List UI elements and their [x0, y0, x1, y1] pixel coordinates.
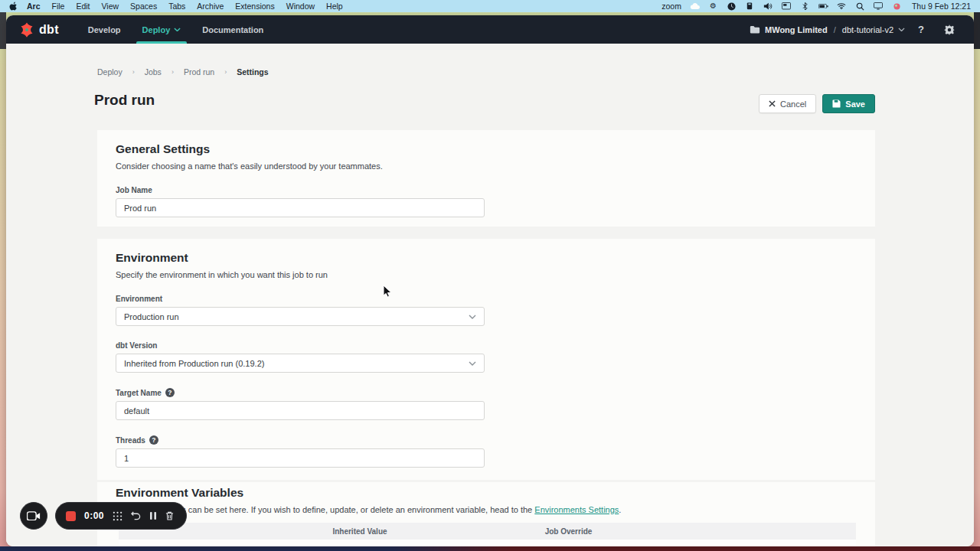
wallpaper-edge-right — [974, 12, 980, 49]
environments-settings-link[interactable]: Environments Settings — [534, 505, 619, 514]
menubar-item-spaces[interactable]: Spaces — [130, 2, 157, 11]
general-settings-description: Consider choosing a name that's easily u… — [116, 161, 856, 171]
recording-time: 0:00 — [84, 510, 104, 521]
account-separator: / — [834, 25, 836, 34]
wallpaper-edge-bottom — [0, 546, 980, 551]
nav-tab-deploy[interactable]: Deploy — [132, 15, 192, 44]
environment-select[interactable]: Production run — [116, 307, 485, 326]
env-vars-col-inherited: Inherited Value — [264, 527, 456, 536]
menubar-clock[interactable]: Thu 9 Feb 12:21 — [912, 2, 971, 11]
nav-tab-documentation[interactable]: Documentation — [191, 15, 274, 44]
target-name-label: Target Name ? — [116, 388, 856, 397]
env-vars-col-override: Job Override — [456, 527, 681, 536]
dbt-navbar: dbt Develop Deploy Documentation MWong L… — [6, 15, 974, 44]
show-clicks-grid-button[interactable] — [113, 511, 122, 521]
browser-window: dbt Develop Deploy Documentation MWong L… — [6, 15, 974, 546]
menubar-item-tabs[interactable]: Tabs — [168, 2, 185, 11]
target-name-help-icon[interactable]: ? — [165, 388, 175, 397]
dbt-logo-icon — [18, 21, 35, 38]
menubar-item-window[interactable]: Window — [286, 2, 315, 11]
restart-recording-button[interactable] — [131, 511, 141, 520]
breadcrumb-deploy[interactable]: Deploy — [97, 67, 122, 77]
account-project-selector[interactable]: MWong Limited / dbt-tutorial-v2 — [750, 25, 905, 34]
recorder-camera-button[interactable] — [20, 502, 47, 530]
chevron-down-icon — [469, 315, 476, 319]
environment-description: Specify the environment in which you wan… — [116, 270, 856, 279]
chevron-down-icon — [469, 361, 476, 366]
menubar-item-edit[interactable]: Edit — [76, 2, 90, 11]
target-name-input[interactable] — [116, 401, 485, 420]
macos-menubar: Arc File Edit View Spaces Tabs Archive E… — [0, 0, 980, 12]
environment-variables-section: Environment Variables Job level override… — [97, 482, 875, 546]
recorder-toolbar: 0:00 — [55, 502, 187, 530]
cancel-button[interactable]: Cancel — [759, 94, 816, 113]
menubar-app-arc[interactable]: Arc — [27, 2, 41, 11]
cloud-icon[interactable] — [690, 2, 700, 11]
env-vars-table-row — [119, 540, 856, 546]
save-button[interactable]: Save — [822, 94, 875, 113]
general-settings-title: General Settings — [116, 142, 856, 156]
battery-status-icon[interactable] — [818, 2, 828, 11]
settings-page: Deploy › Jobs › Prod run › Settings Prod… — [6, 44, 974, 546]
environment-label: Environment — [116, 295, 856, 303]
pause-recording-button[interactable] — [149, 511, 157, 520]
threads-input[interactable] — [116, 448, 485, 468]
breadcrumb-separator: › — [172, 68, 174, 76]
nav-tab-develop[interactable]: Develop — [77, 15, 132, 44]
desktop: Arc File Edit View Spaces Tabs Archive E… — [0, 0, 980, 551]
chevron-down-icon — [898, 28, 905, 31]
environment-title: Environment — [116, 251, 856, 265]
battery-app-icon[interactable] — [745, 2, 755, 11]
job-name-label: Job Name — [116, 186, 856, 194]
account-name: MWong Limited — [765, 25, 828, 34]
breadcrumb-settings[interactable]: Settings — [237, 67, 268, 77]
environment-variables-description: Job level overrides can be set here. If … — [116, 505, 856, 514]
spotlight-search-icon[interactable] — [855, 2, 865, 11]
wifi-icon[interactable] — [837, 2, 847, 11]
menubar-item-file[interactable]: File — [52, 2, 65, 11]
breadcrumb-separator: › — [224, 68, 227, 76]
zoom-app-label[interactable]: zoom — [662, 2, 681, 11]
menubar-item-archive[interactable]: Archive — [197, 2, 224, 11]
menubar-item-help[interactable]: Help — [326, 2, 343, 11]
chevron-down-icon — [174, 28, 181, 31]
apple-menu-icon[interactable] — [9, 2, 18, 11]
job-name-input[interactable] — [116, 198, 485, 217]
video-camera-icon — [27, 511, 41, 521]
folder-icon — [750, 25, 760, 34]
wallpaper-edge-left — [0, 12, 6, 49]
bluetooth-icon[interactable] — [800, 2, 810, 11]
help-button[interactable]: ? — [911, 24, 931, 35]
close-icon — [769, 100, 776, 107]
dbt-brand-label: dbt — [39, 23, 59, 37]
general-settings-section: General Settings Consider choosing a nam… — [97, 130, 875, 227]
breadcrumb-prod-run[interactable]: Prod run — [184, 67, 214, 77]
clock-app-icon[interactable] — [727, 2, 737, 11]
env-vars-table-header: Inherited Value Job Override — [119, 523, 856, 540]
volume-icon[interactable] — [763, 2, 773, 11]
menubar-item-view[interactable]: View — [102, 2, 119, 11]
breadcrumb-separator: › — [132, 68, 135, 76]
window-switcher-icon[interactable] — [782, 2, 792, 11]
dbt-brand[interactable]: dbt — [18, 15, 59, 44]
gear-icon — [944, 24, 955, 35]
dbt-version-label: dbt Version — [116, 341, 856, 350]
environment-section: Environment Specify the environment in w… — [97, 239, 875, 480]
settings-gear-icon[interactable]: ⚙ — [708, 2, 718, 11]
breadcrumb: Deploy › Jobs › Prod run › Settings — [97, 67, 269, 77]
stop-record-button[interactable] — [66, 511, 76, 521]
threads-label: Threads ? — [116, 435, 856, 445]
breadcrumb-jobs[interactable]: Jobs — [145, 67, 162, 77]
dbt-version-select[interactable]: Inherited from Production run (0.19.2) — [116, 354, 485, 373]
threads-help-icon[interactable]: ? — [149, 435, 158, 445]
page-title: Prod run — [94, 92, 155, 109]
delete-recording-button[interactable] — [165, 511, 174, 520]
save-floppy-icon — [832, 99, 841, 108]
recording-indicator-icon[interactable] — [892, 2, 902, 11]
environment-variables-title: Environment Variables — [116, 486, 856, 500]
menubar-item-extensions[interactable]: Extensions — [235, 2, 274, 11]
display-icon[interactable] — [874, 2, 884, 11]
settings-gear-button[interactable] — [937, 24, 962, 35]
project-name: dbt-tutorial-v2 — [842, 25, 893, 34]
